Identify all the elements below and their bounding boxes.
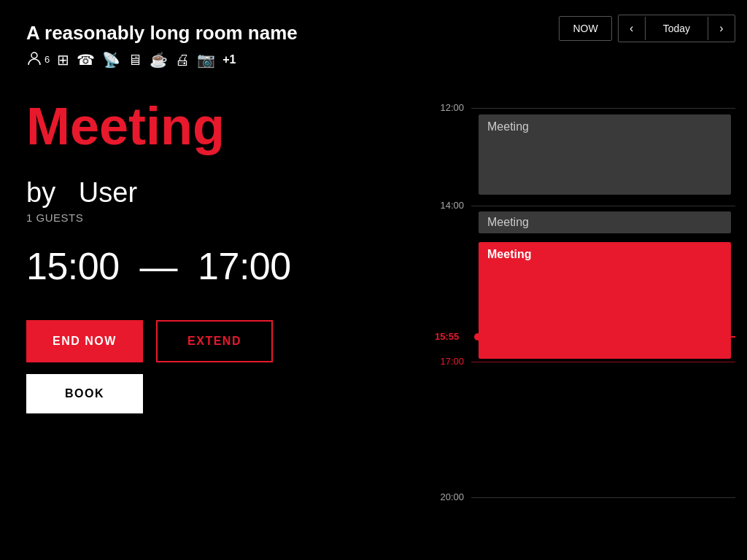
- time-slot-1200: 12:00: [435, 108, 735, 112]
- time-label-1200: 12:00: [435, 103, 471, 112]
- capacity-count: 6: [44, 54, 50, 65]
- current-time-line: [481, 336, 735, 338]
- time-start: 15:00: [26, 245, 120, 287]
- coffee-icon: ☕: [150, 52, 168, 67]
- event-label-1400: Meeting: [487, 216, 529, 229]
- end-now-button[interactable]: END NOW: [26, 320, 143, 362]
- top-nav: NOW ‹ Today ›: [435, 15, 735, 42]
- book-button[interactable]: BOOK: [26, 374, 143, 413]
- nav-group: ‹ Today ›: [618, 15, 735, 42]
- event-label-1200: Meeting: [487, 120, 529, 133]
- event-label-current: Meeting: [487, 248, 531, 260]
- svg-point-0: [31, 52, 37, 58]
- time-slot-2000: 20:00: [435, 497, 735, 502]
- phone-icon: ☎: [77, 52, 95, 67]
- time-line-1700: [471, 362, 735, 362]
- printer-icon: 🖨: [175, 52, 190, 67]
- time-line-1200: [471, 108, 735, 109]
- organizer-name: User: [79, 177, 137, 208]
- organizer-line: by User: [26, 177, 397, 209]
- event-meeting-1400[interactable]: Meeting: [479, 211, 731, 233]
- room-name: A reasonably long room name: [26, 22, 397, 44]
- action-buttons: END NOW EXTEND: [26, 320, 397, 362]
- time-label-1700: 17:00: [435, 357, 471, 366]
- time-slot-1400: 14:00: [435, 206, 735, 210]
- current-time-label: 15:55: [435, 331, 459, 342]
- time-line-2000: [471, 497, 735, 498]
- right-panel: NOW ‹ Today › 12:00 14:00 17:00 20:00 Me…: [423, 0, 747, 560]
- organizer-prefix: by: [26, 177, 55, 208]
- next-button[interactable]: ›: [708, 15, 735, 42]
- more-amenities: +1: [222, 53, 236, 66]
- timeline: 12:00 14:00 17:00 20:00 Meeting Meeting …: [435, 60, 735, 545]
- time-slot-1700: 17:00: [435, 362, 735, 366]
- person-icon: [26, 50, 42, 69]
- now-button[interactable]: NOW: [559, 16, 611, 41]
- left-panel: A reasonably long room name 6 ⊞ ☎ 📡 🖥 ☕ …: [0, 0, 423, 560]
- amenities-row: 6 ⊞ ☎ 📡 🖥 ☕ 🖨 📷 +1: [26, 50, 397, 69]
- time-range: 15:00 — 17:00: [26, 244, 397, 288]
- prev-button[interactable]: ‹: [619, 15, 645, 42]
- camera-icon: 📷: [197, 52, 215, 67]
- time-label-2000: 20:00: [435, 492, 471, 502]
- amenity-capacity: 6: [26, 50, 50, 69]
- current-time-dot: [474, 333, 481, 341]
- guests-label: 1 GUESTS: [26, 211, 397, 224]
- today-button[interactable]: Today: [645, 17, 708, 40]
- event-meeting-current[interactable]: Meeting: [479, 242, 731, 359]
- time-separator: —: [140, 245, 178, 287]
- event-meeting-1200[interactable]: Meeting: [479, 114, 731, 195]
- wireless-icon: 📡: [102, 52, 120, 67]
- extend-button[interactable]: EXTEND: [156, 320, 273, 362]
- time-end: 17:00: [198, 245, 291, 287]
- monitor-icon: 🖥: [128, 52, 142, 67]
- time-line-1400: [471, 206, 735, 206]
- time-label-1400: 14:00: [435, 201, 471, 210]
- settings-icon: ⊞: [57, 52, 69, 67]
- current-time-indicator: 15:55: [474, 333, 735, 341]
- meeting-title: Meeting: [26, 98, 397, 155]
- book-button-row: BOOK: [26, 374, 397, 413]
